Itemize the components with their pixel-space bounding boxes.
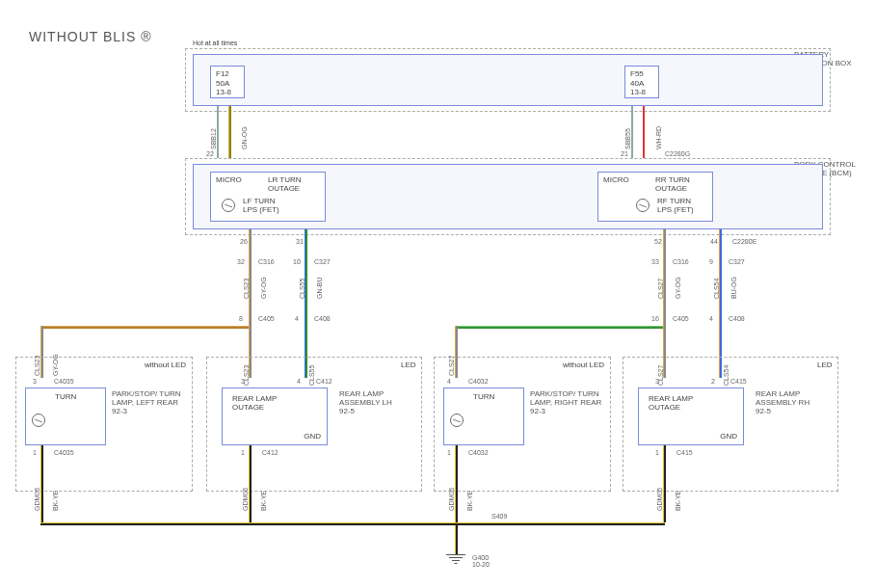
led-2: LED <box>817 361 833 369</box>
fuse-f12-id: F12 <box>216 69 239 79</box>
lbl-buog-a: BU-OG <box>730 277 737 299</box>
turn-box-right: TURN <box>443 388 524 445</box>
c415-conn-top: C415 <box>730 378 747 385</box>
c4035-pin3: 3 <box>33 378 37 385</box>
pin-9: 9 <box>709 258 713 265</box>
s409: S409 <box>491 513 507 520</box>
pin-33: 33 <box>651 258 659 265</box>
gnd-stub <box>455 525 458 554</box>
lbl-cls54b: CLS54 <box>723 365 729 386</box>
rl-right-gnd: GND <box>720 432 737 441</box>
conn-c316b: C316 <box>673 258 689 265</box>
c4032-pin1: 1 <box>447 449 451 456</box>
rl-left-outage-box: REAR LAMP OUTAGE GND <box>222 388 328 445</box>
lbl-bkye-d: BK-YE <box>675 491 681 511</box>
wire-branch-right <box>455 326 665 329</box>
lbl-cls23b: CLS23 <box>34 356 40 376</box>
lbl-gdm06-b: GDM06 <box>242 488 249 511</box>
lbl-gdm06-a: GDM06 <box>34 488 40 511</box>
bulb-icon-l <box>222 199 235 212</box>
lr-turn-outage: LR TURN OUTAGE <box>268 175 321 193</box>
g400-ref2: 10-20 <box>472 561 490 568</box>
turn-left-label: TURN <box>55 392 76 401</box>
wire-gnog-l <box>228 106 231 158</box>
c4035-pin1: 1 <box>33 449 37 456</box>
ps-right-ref: 92-3 <box>530 407 545 415</box>
pin-4b: 4 <box>709 315 713 322</box>
lbl-cls55a: CLS55 <box>299 279 305 299</box>
lbl-cls23c: CLS23 <box>243 365 250 386</box>
rl-left-outage-title: REAR LAMP OUTAGE <box>232 394 290 412</box>
lbl-gnbu-a: GN-BU <box>316 277 323 299</box>
lbl-sbb12: SBB12 <box>210 128 217 149</box>
c4035-conn-top: C4035 <box>54 378 74 385</box>
micro-r: MICRO <box>603 175 629 184</box>
lbl-gdm06-c: GDM06 <box>448 488 455 511</box>
lbl-bkye-b: BK-YE <box>260 491 267 511</box>
bulb-turn-right <box>450 414 464 427</box>
c4032-conn-top: C4032 <box>468 378 489 385</box>
c412-pin1: 1 <box>241 449 245 456</box>
fuse-f55-ref: 13-8 <box>630 88 653 97</box>
wire-gyog-a <box>249 229 252 318</box>
c415-conn-bot: C415 <box>676 449 693 456</box>
turn-box-left: TURN <box>25 388 106 445</box>
c4035-conn-bot: C4035 <box>54 449 74 456</box>
led-1: LED <box>401 361 416 369</box>
fuse-f12: F12 50A 13-8 <box>210 66 245 98</box>
lbl-gyog-b: GY-OG <box>675 277 681 299</box>
fuse-f55: F55 40A 13-8 <box>624 66 659 98</box>
ps-left-title: PARK/STOP/ TURN LAMP, LEFT REAR 92-3 <box>112 389 187 416</box>
lbl-gnog1: GN-OG <box>241 126 248 149</box>
conn-c405a: C405 <box>258 315 275 322</box>
g400: G400 10-20 <box>472 554 490 568</box>
ps-left-title-text: PARK/STOP/ TURN LAMP, LEFT REAR <box>112 389 181 407</box>
lbl-cls55b: CLS55 <box>308 365 315 386</box>
pin-44: 44 <box>710 238 718 245</box>
rl-left-asm-title: REAR LAMP ASSEMBLY LH 92-5 <box>339 389 414 416</box>
conn-c2280g: C2280G <box>665 150 690 157</box>
c412-conn-top: C412 <box>316 378 332 385</box>
pin-52: 52 <box>654 238 662 245</box>
rl-left-asm-text: REAR LAMP ASSEMBLY LH <box>339 389 392 407</box>
ps-right-title: PARK/STOP/ TURN LAMP, RIGHT REAR 92-3 <box>530 389 607 416</box>
c4032-pin4: 4 <box>447 378 451 385</box>
rl-left-gnd: GND <box>304 432 321 441</box>
conn-c405b: C405 <box>673 315 689 322</box>
ps-left-ref: 92-3 <box>112 407 127 415</box>
hot-note: Hot at all times <box>193 40 237 46</box>
lbl-cls54a: CLS54 <box>713 279 720 299</box>
gnd-wire-3 <box>455 445 458 522</box>
lbl-bkye-a: BK-YE <box>52 491 59 511</box>
pin-22: 22 <box>206 150 214 157</box>
gnd-wire-2 <box>249 445 252 522</box>
rf-fet: RF TURN LPS (FET) <box>657 197 696 214</box>
diagram-title: WITHOUT BLIS ® <box>29 29 152 44</box>
pin-32: 32 <box>237 258 245 265</box>
g400-text: G400 <box>472 554 489 561</box>
conn-c327b: C327 <box>729 258 745 265</box>
c415-pin2: 2 <box>711 378 715 385</box>
fuse-f55-id: F55 <box>630 69 653 79</box>
pin-4a: 4 <box>295 315 299 322</box>
lbl-gdm06-d: GDM06 <box>656 488 663 511</box>
lbl-cls27b: CLS27 <box>448 356 455 376</box>
fuse-f55-amps: 40A <box>630 79 653 89</box>
ps-right-title-text: PARK/STOP/ TURN LAMP, RIGHT REAR <box>530 389 601 407</box>
turn-right-label: TURN <box>473 392 494 401</box>
rl-right-asm-ref: 92-5 <box>756 407 771 415</box>
rr-turn-outage: RR TURN OUTAGE <box>655 175 708 193</box>
lbl-cls27a: CLS27 <box>657 279 664 299</box>
conn-c408b: C408 <box>729 315 745 322</box>
c412-conn-bot: C412 <box>262 449 278 456</box>
without-led-1: without LED <box>145 361 186 369</box>
lbl-cls27c: CLS27 <box>657 365 664 386</box>
c415-pin1: 1 <box>655 449 659 456</box>
without-led-2: without LED <box>563 361 604 369</box>
lbl-cls23a: CLS23 <box>243 279 250 299</box>
wire-gnbu-a <box>305 229 307 318</box>
wire-branch-left <box>40 326 251 329</box>
c4032-conn-bot: C4032 <box>468 449 489 456</box>
wire-sbb55 <box>631 106 633 158</box>
conn-c2280e: C2280E <box>732 238 756 245</box>
